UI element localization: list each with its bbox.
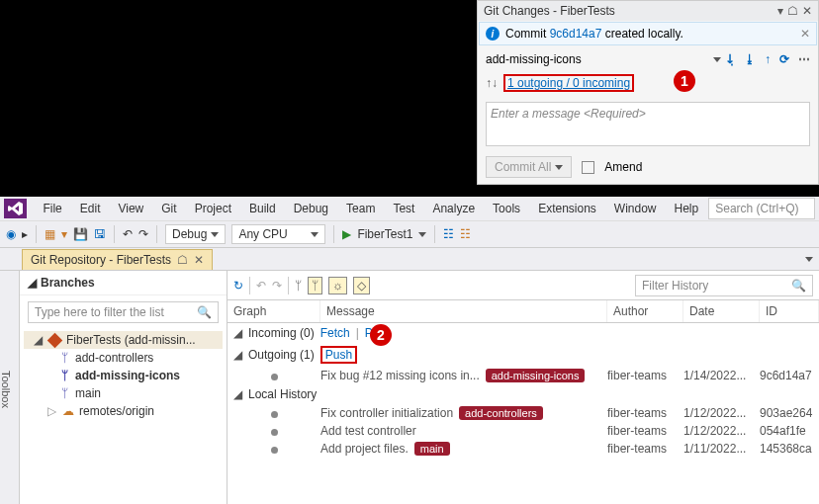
undo-icon[interactable]: ↶ xyxy=(123,227,133,241)
chevron-down-icon xyxy=(555,165,563,170)
menu-git[interactable]: Git xyxy=(153,200,184,217)
config-dropdown[interactable]: Debug xyxy=(165,224,226,244)
fetch-icon[interactable]: ↓̣ xyxy=(725,52,735,66)
push-icon[interactable]: ↑ xyxy=(765,52,771,66)
tool-icon[interactable]: ↶ xyxy=(256,279,266,293)
nav-back-icon[interactable]: ◉ xyxy=(6,227,16,241)
vs-logo-icon[interactable] xyxy=(4,199,27,218)
amend-label: Amend xyxy=(604,160,642,174)
branch-tag: add-missing-icons xyxy=(486,369,586,382)
history-columns: Graph Message Author Date ID xyxy=(228,300,819,323)
branch-item[interactable]: ᛘ add-controllers xyxy=(24,349,223,367)
tab-overflow-icon[interactable] xyxy=(805,257,813,262)
menu-build[interactable]: Build xyxy=(241,200,284,217)
platform-dropdown[interactable]: Any CPU xyxy=(231,224,325,244)
outgoing-section[interactable]: ◢Outgoing (1) Push xyxy=(228,343,819,367)
dismiss-icon[interactable]: ✕ xyxy=(800,27,810,41)
menu-bar: File Edit View Git Project Build Debug T… xyxy=(0,197,819,220)
branches-header[interactable]: ◢ Branches xyxy=(20,271,227,295)
tool-icon-2[interactable]: ☷ xyxy=(460,227,471,241)
pin-icon[interactable]: ☖ xyxy=(787,4,798,18)
filter-box-2[interactable]: ☼ xyxy=(328,277,347,294)
branch-dropdown-icon[interactable] xyxy=(713,57,721,62)
save-all-icon[interactable]: 🖫 xyxy=(94,227,106,241)
menu-help[interactable]: Help xyxy=(667,200,707,217)
menu-project[interactable]: Project xyxy=(187,200,239,217)
info-bar: i Commit 9c6d14a7 created locally. ✕ xyxy=(479,22,817,45)
branch-name[interactable]: add-missing-icons xyxy=(486,52,709,66)
incoming-section[interactable]: ◢Incoming (0) Fetch | Pull xyxy=(228,323,819,343)
menu-analyze[interactable]: Analyze xyxy=(424,200,483,217)
branch-filter-input[interactable]: Type here to filter the list 🔍 xyxy=(28,301,219,323)
dropdown-icon[interactable]: ▾ xyxy=(777,4,783,18)
repo-node[interactable]: ◢ FiberTests (add-missin... xyxy=(24,331,223,349)
nav-fwd-icon[interactable]: ▸ xyxy=(22,227,28,241)
menu-file[interactable]: File xyxy=(35,200,69,217)
repo-icon xyxy=(47,332,63,348)
amend-checkbox[interactable] xyxy=(582,161,594,174)
run-dropdown-icon[interactable] xyxy=(418,232,426,237)
sync-status-icon: ↑↓ xyxy=(486,76,498,90)
commit-row[interactable]: Fix bug #12 missing icons in...add-missi… xyxy=(228,367,819,384)
history-filter-input[interactable]: Filter History 🔍 xyxy=(635,275,813,296)
tool-icon[interactable]: ↷ xyxy=(272,279,282,293)
commit-message-box[interactable]: Enter a message <Required> xyxy=(486,102,810,146)
menu-test[interactable]: Test xyxy=(385,200,422,217)
commit-all-button[interactable]: Commit All xyxy=(486,156,572,178)
col-id[interactable]: ID xyxy=(760,300,819,322)
col-graph[interactable]: Graph xyxy=(228,300,320,322)
menu-tools[interactable]: Tools xyxy=(485,200,528,217)
col-date[interactable]: Date xyxy=(683,300,760,322)
menu-view[interactable]: View xyxy=(110,200,151,217)
more-icon[interactable]: ⋯ xyxy=(798,52,810,66)
outgoing-link[interactable]: 1 outgoing / 0 incoming xyxy=(503,74,634,92)
fetch-link[interactable]: Fetch xyxy=(320,326,350,340)
new-icon[interactable]: ▦ xyxy=(45,227,55,241)
col-author[interactable]: Author xyxy=(607,300,683,322)
open-icon[interactable]: ▾ xyxy=(61,227,67,241)
redo-icon[interactable]: ↷ xyxy=(138,227,148,241)
cloud-icon: ☁ xyxy=(61,404,75,418)
info-text: Commit 9c6d14a7 created locally. xyxy=(505,27,683,41)
menu-extensions[interactable]: Extensions xyxy=(530,200,604,217)
tool-icon-1[interactable]: ☷ xyxy=(443,227,454,241)
menu-debug[interactable]: Debug xyxy=(286,200,336,217)
commit-row[interactable]: Fix controller initializationadd-control… xyxy=(228,404,819,422)
sync-icon[interactable]: ⟳ xyxy=(779,52,789,66)
graph-node-icon xyxy=(271,374,278,380)
pull-icon[interactable]: ⭳ xyxy=(744,52,756,66)
col-message[interactable]: Message xyxy=(320,300,607,322)
push-link[interactable]: Push xyxy=(320,346,357,364)
menu-window[interactable]: Window xyxy=(606,200,665,217)
run-target[interactable]: FiberTest1 xyxy=(357,227,412,241)
close-icon[interactable]: ✕ xyxy=(802,4,812,18)
callout-badge-2: 2 xyxy=(370,324,392,346)
filter-box-1[interactable]: ᛘ xyxy=(308,277,322,294)
commit-row[interactable]: Add test controller fiber-teams 1/12/202… xyxy=(228,422,819,440)
graph-node-icon xyxy=(271,429,278,436)
filter-box-3[interactable]: ◇ xyxy=(353,277,370,294)
tab-git-repository[interactable]: Git Repository - FiberTests ☖ ✕ xyxy=(22,249,213,270)
branch-icon[interactable]: ᛘ xyxy=(295,279,302,293)
save-icon[interactable]: 💾 xyxy=(73,227,88,241)
menu-edit[interactable]: Edit xyxy=(72,200,109,217)
tab-close-icon[interactable]: ✕ xyxy=(194,253,204,267)
tab-bar: Git Repository - FiberTests ☖ ✕ xyxy=(0,248,819,271)
branch-tree: ◢ FiberTests (add-missin... ᛘ add-contro… xyxy=(20,329,227,422)
commit-hash-link[interactable]: 9c6d14a7 xyxy=(550,27,602,41)
refresh-icon[interactable]: ↻ xyxy=(233,279,243,293)
branch-icon: ᛘ xyxy=(57,351,71,365)
search-box[interactable]: Search (Ctrl+Q) xyxy=(708,198,815,219)
branch-item[interactable]: ᛘ main xyxy=(24,384,223,402)
graph-node-icon xyxy=(271,411,278,418)
toolbox-sidebar[interactable]: Toolbox xyxy=(0,271,20,504)
commit-row[interactable]: Add project files.main fiber-teams 1/11/… xyxy=(228,440,819,458)
graph-node-icon xyxy=(271,447,278,454)
pin-icon[interactable]: ☖ xyxy=(177,253,188,267)
menu-team[interactable]: Team xyxy=(338,200,383,217)
local-history-section[interactable]: ◢Local History xyxy=(228,384,819,404)
play-icon[interactable]: ▶ xyxy=(342,227,351,241)
remotes-node[interactable]: ▷ ☁ remotes/origin xyxy=(24,402,223,420)
branch-item-current[interactable]: ᛘ add-missing-icons xyxy=(24,367,223,384)
search-icon: 🔍 xyxy=(791,279,806,293)
